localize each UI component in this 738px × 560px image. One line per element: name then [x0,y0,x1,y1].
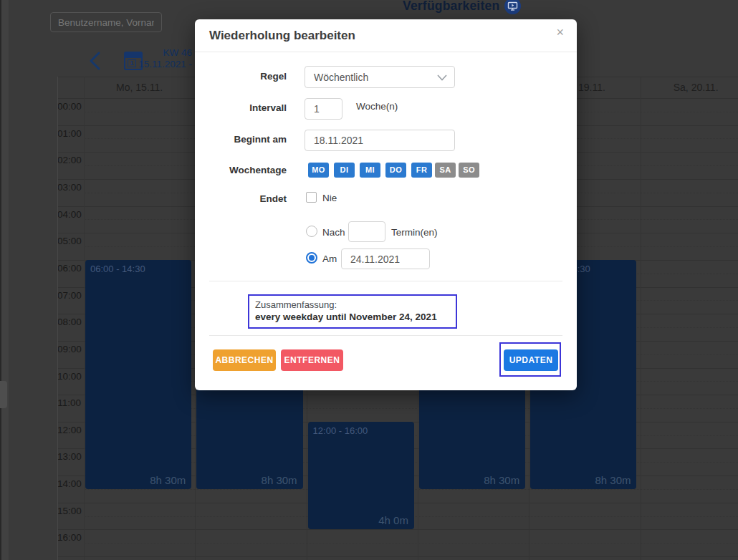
time-label: 16:00 [57,532,81,543]
dialog-title: Wiederholung bearbeiten [209,29,355,43]
event-duration-label: 8h 30m [595,474,631,486]
time-label: 11:00 [57,397,81,408]
event-time-label: 06:00 - 14:30 [85,260,191,274]
week-range-label: KW 46 15.11.2021 - [128,47,192,70]
grid-line [57,556,738,557]
time-label: 10:00 [57,371,81,382]
page-title: Verfügbarkeiten [403,0,499,14]
sidebar-expand-handle[interactable] [0,381,7,408]
page-header: Verfügbarkeiten [403,0,521,14]
interval-label: Intervall [195,101,287,115]
day-header: Sa, 20.11. [641,77,738,98]
search-input[interactable] [50,12,162,32]
recurrence-edit-dialog: Wiederholung bearbeiten × Regel Wöchentl… [195,19,577,390]
occurrences-unit-label: Termin(en) [391,226,438,239]
on-date-label: Am [322,253,337,266]
start-date-input[interactable]: 18.11.2021 [305,130,455,151]
header-divider [195,52,577,52]
time-label: 00:00 [57,101,81,112]
weekday-chip-do[interactable]: DO [385,163,406,178]
day-header: Mo, 15.11. [84,77,195,98]
never-label: Nie [322,192,337,205]
occurrences-input[interactable] [348,221,385,242]
event-duration-label: 8h 30m [262,474,297,486]
weekday-chip-fr[interactable]: FR [411,163,432,178]
footer-divider [209,335,562,336]
week-number: KW 46 [128,47,192,59]
time-label: 01:00 [57,128,81,139]
update-button[interactable]: UPDATEN [504,349,558,371]
weekday-chip-mo[interactable]: MO [308,163,329,178]
rule-select[interactable]: Wöchentlich [305,66,455,88]
after-radio[interactable] [306,226,317,237]
time-label: 05:00 [57,236,81,246]
never-checkbox[interactable] [306,192,317,203]
start-date-label: Beginnt am [195,132,287,147]
ends-label: Endet [195,192,287,206]
remove-button[interactable]: ENTFERNEN [281,349,343,371]
week-dates: 15.11.2021 - [128,59,192,70]
chevron-down-icon [437,74,447,81]
on-date-radio[interactable] [306,252,317,264]
time-label: 08:00 [57,317,81,327]
close-icon[interactable]: × [556,26,564,39]
time-label: 04:00 [57,209,81,220]
weekdays-label: Wochentage [195,163,287,178]
time-label: 15:00 [57,506,81,516]
time-label: 07:00 [57,290,81,301]
screen-share-icon [504,0,521,14]
weekday-chip-di[interactable]: DI [334,163,355,178]
summary-text: every weekday until November 24, 2021 [255,312,450,322]
grid-line [57,529,738,530]
event-time-label: 12:00 - 16:00 [308,422,414,436]
rule-select-value: Wöchentlich [314,72,368,83]
event-duration-label: 4h 0m [378,514,408,526]
time-label: 14:00 [57,478,81,489]
event-duration-label: 8h 30m [484,474,519,486]
weekday-chip-so[interactable]: SO [459,163,479,178]
cancel-button[interactable]: ABBRECHEN [213,349,276,371]
time-label: 12:00 [57,425,81,435]
time-label: 02:00 [57,155,81,165]
interval-unit-label: Woche(n) [356,100,398,113]
grid-line [641,77,641,560]
summary-highlight-box: Zusammenfassung: every weekday until Nov… [248,294,457,329]
time-label: 09:00 [57,344,81,354]
summary-caption: Zusammenfassung: [255,299,450,310]
after-label: Nach [322,226,345,239]
section-divider [209,281,562,281]
grid-line [84,77,85,560]
interval-input[interactable]: 1 [305,98,342,120]
left-sidebar-strip [1,0,9,560]
weekday-chip-sa[interactable]: SA [435,163,456,178]
availability-event[interactable]: 12:00 - 16:004h 0m [308,422,414,530]
time-label: 06:00 [57,263,81,274]
chevron-left-icon[interactable] [88,51,102,71]
end-date-input[interactable]: 24.11.2021 [341,248,430,269]
event-duration-label: 8h 30m [150,474,186,486]
grid-border [57,77,58,560]
weekday-chip-mi[interactable]: MI [360,163,380,178]
time-label: 13:00 [57,451,81,462]
rule-label: Regel [195,69,287,84]
time-label: 03:00 [57,182,81,193]
availability-event[interactable]: 06:00 - 14:308h 30m [85,260,191,489]
